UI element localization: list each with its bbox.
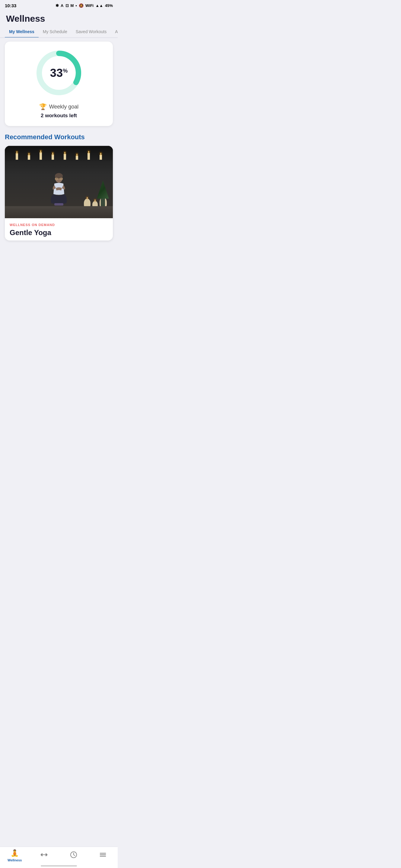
page-title: Wellness <box>6 13 112 24</box>
workout-name: Gentle Yoga <box>10 228 108 237</box>
dot-icon: • <box>76 3 77 8</box>
tab-navigation: My Wellness My Schedule Saved Workouts A… <box>0 26 118 38</box>
tab-activities[interactable]: Activities <box>111 26 118 38</box>
workout-card[interactable]: WELLNESS ON DEMAND Gentle Yoga <box>5 146 113 241</box>
donut-container: 33% <box>11 49 107 97</box>
recommended-section-title: Recommended Workouts <box>5 133 113 141</box>
yoga-scene <box>5 146 113 218</box>
workout-category: WELLNESS ON DEMAND <box>10 223 108 227</box>
candle-shelf <box>5 146 113 161</box>
silence-icon: 🔕 <box>79 3 84 8</box>
weekly-goal-label: Weekly goal <box>49 104 79 110</box>
plant <box>95 178 110 208</box>
progress-card: 33% 🏆 Weekly goal 2 workouts left <box>5 41 113 126</box>
progress-percent: 33% <box>50 67 67 79</box>
battery-text: 45% <box>105 3 113 8</box>
candle-5 <box>64 154 66 160</box>
trophy-icon: 🏆 <box>39 103 47 110</box>
candle-3 <box>39 152 42 160</box>
workouts-left: 2 workouts left <box>11 113 107 119</box>
status-right: ✱ A ⊡ M • 🔕 WiFi ▲▲ 45% <box>56 3 113 8</box>
donut-chart: 33% <box>35 49 83 97</box>
tab-my-schedule[interactable]: My Schedule <box>39 26 71 38</box>
yoga-person <box>44 173 74 209</box>
tab-saved-workouts[interactable]: Saved Workouts <box>71 26 111 38</box>
status-time: 10:33 <box>5 3 16 8</box>
notification-icon: ✱ <box>56 3 59 8</box>
font-icon: A <box>61 3 63 8</box>
mail-icon: M <box>70 3 74 8</box>
workout-info: WELLNESS ON DEMAND Gentle Yoga <box>5 218 113 241</box>
tab-my-wellness[interactable]: My Wellness <box>5 26 39 38</box>
candle-1 <box>16 153 18 160</box>
page-header: Wellness <box>0 10 118 26</box>
scan-icon: ⊡ <box>65 3 69 8</box>
candle-7 <box>87 153 90 160</box>
weekly-goal-row: 🏆 Weekly goal <box>11 103 107 110</box>
main-content: 33% 🏆 Weekly goal 2 workouts left Recomm… <box>0 38 118 241</box>
signal-icon: ▲▲ <box>95 3 103 8</box>
wifi-icon: WiFi <box>85 3 93 8</box>
candle-8 <box>99 155 102 160</box>
candle-6 <box>76 156 78 160</box>
floor <box>5 206 113 218</box>
donut-center: 33% <box>50 67 67 80</box>
workout-image <box>5 146 113 218</box>
candle-2 <box>28 155 30 160</box>
candle-4 <box>52 154 54 160</box>
svg-rect-7 <box>54 203 63 206</box>
status-bar: 10:33 ✱ A ⊡ M • 🔕 WiFi ▲▲ 45% <box>0 0 118 10</box>
